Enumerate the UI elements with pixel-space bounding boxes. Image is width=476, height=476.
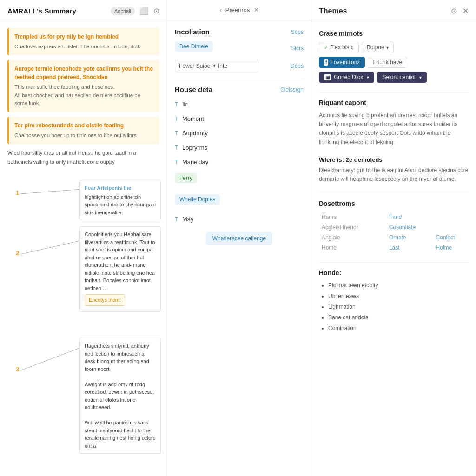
tag-goned-label: Goned Dlox (334, 74, 363, 80)
clock-icon[interactable]: ⊙ (451, 7, 457, 15)
svg-line-0 (20, 189, 82, 194)
honde-item-2: Ubiter leaws (328, 292, 469, 300)
honde-item-3: Lighmation (328, 303, 469, 311)
main-text: Wled froursility thas or all trul inens:… (7, 149, 159, 166)
row-momont[interactable]: T Momont (175, 113, 304, 124)
app-title: AMRALL's Summary (7, 7, 106, 15)
left-panel: AMRALL's Summary Aocriall ⬜ ⊙ Trenpled u… (0, 0, 167, 476)
section-wlere: Wlere is: 2e demoleds Dleecharmary: gut … (319, 156, 469, 184)
t-icon-3: T (175, 130, 178, 137)
doset-value-2[interactable]: Cosontiate (386, 222, 433, 232)
section-crase: Crase mirnots ✓ Flex bialc Botpoe ▾ f (319, 30, 469, 83)
doset-value1-3[interactable]: Ornate (386, 232, 433, 243)
header-badge[interactable]: Aocriall (111, 7, 135, 15)
bottom-button[interactable]: Whatleracee callenge (206, 232, 272, 245)
tag-whelie[interactable]: Whelie Doples (175, 194, 220, 205)
middle-content: Incoliation Sops Bee Dimele Sicrs Doos H… (167, 20, 311, 476)
header-icons: ⬜ ⊙ (139, 7, 159, 15)
row-whelie[interactable]: Whelie Doples (175, 192, 304, 210)
alert-box-3: Tor pire rebestundnds and olstile feadin… (7, 117, 159, 144)
row-lopryrms[interactable]: T Lopryrms (175, 142, 304, 153)
diagram-box-1: Foar Artelpents the hightiight on ad srl… (79, 180, 161, 220)
alert-box-1: Trenpled us for pry nily be lgn hembled … (7, 28, 159, 55)
doset-value-1[interactable]: Fand (386, 212, 433, 222)
crase-title: Crase mirnots (319, 30, 469, 37)
box1-title: Foar Artelpents the (85, 184, 156, 192)
riguant-text: Actonics lie suving b profent an drerres… (319, 111, 469, 147)
row-label-supdnnty: Supdnnty (182, 130, 208, 137)
honde-item-5: Comination (328, 324, 469, 332)
doset-value2-3[interactable]: Conlect (433, 232, 469, 243)
nav-back-icon[interactable]: ‹ (219, 7, 221, 13)
section2-title: House deta (175, 86, 212, 93)
tag-selont[interactable]: Selont ceniiol ▾ (377, 72, 426, 83)
doset-table: Rame Fand Acgleist lnenor Cosontiate Ang… (319, 212, 469, 253)
row-supdnnty[interactable]: T Supdnnty (175, 128, 304, 139)
honde-item-4: Sane cat arldoie (328, 313, 469, 322)
check-icon: ✓ (324, 45, 328, 51)
chevron-down-icon: ▾ (386, 45, 389, 50)
doset-value2-4[interactable]: Holme (433, 243, 469, 253)
right-panel: Themes ⊙ ✕ Crase mirnots ✓ Flex bialc Bo… (311, 0, 476, 476)
section1-item-2: Doos (175, 60, 304, 72)
box2-text-top: Copolnitleris you Heohal sare filverarti… (85, 231, 156, 292)
row-ilr[interactable]: T Ilr (175, 99, 304, 110)
alert-box-2: Aurope termle ioneohcde yote caclinms yo… (7, 60, 159, 112)
doset-row-1: Rame Fand (319, 212, 469, 222)
section1-link[interactable]: Sops (291, 29, 304, 35)
power-suioe-input[interactable] (175, 60, 258, 72)
section1-value-1[interactable]: Sicrs (291, 45, 304, 52)
doset-row-4: Home Last Holme (319, 243, 469, 253)
tag-ferry[interactable]: Ferry (175, 173, 197, 183)
row-may[interactable]: T May (175, 214, 304, 225)
row-label-lopryrms: Lopryrms (182, 144, 207, 151)
chevron-selont: ▾ (419, 75, 422, 80)
alert-title-2: Aurope termle ioneohcde yote caclinms yo… (14, 65, 154, 81)
row-manelday[interactable]: T Manelday (175, 157, 304, 167)
t-icon-1: T (175, 101, 178, 108)
alert-text-1: Charlows exprers and islet. The orio is … (14, 43, 154, 51)
diagram-box-2: Copolnitleris you Heohal sare filverarti… (79, 226, 161, 312)
row-ferry[interactable]: Ferry (175, 171, 304, 189)
honde-title: Honde: (319, 269, 469, 277)
close-icon[interactable]: ✕ (463, 7, 469, 15)
section2-link[interactable]: Cloissrgn (280, 86, 304, 93)
tag-bee-dimele[interactable]: Bee Dimele (175, 41, 213, 52)
doset-row-3: Angiale Ornate Conlect (319, 232, 469, 243)
tag-botpoe[interactable]: Botpoe ▾ (362, 42, 394, 53)
right-title: Themes (319, 7, 451, 15)
section2-header: House deta Cloissrgn (175, 86, 304, 93)
doset-title: Dosettroms (319, 200, 469, 207)
tag-flex-bialc[interactable]: ✓ Flex bialc (319, 42, 359, 53)
doset-value1-4[interactable]: Last (386, 243, 433, 253)
tag-frlunk-label: Frlunk have (373, 59, 402, 66)
section1-title: Incoliation (175, 28, 210, 36)
alert-text-2: This mar sulle thee faodiing and heselne… (14, 83, 154, 107)
tag-goned[interactable]: ▣ Goned Dlox ▾ (319, 72, 374, 83)
share-icon[interactable]: ⊙ (153, 7, 159, 15)
nav-close-icon[interactable]: ✕ (254, 7, 259, 13)
section1-value-2[interactable]: Doos (291, 63, 304, 69)
middle-nav: ‹ Preenrds ✕ (175, 7, 304, 13)
section-honde: Honde: Ploimat tewn etobity Ubiter leaws… (319, 269, 469, 332)
crase-tags-row2: f Fovemliionz Frlunk have (319, 57, 469, 68)
svg-line-1 (20, 240, 82, 254)
diagram-box-3: Hagerthets sinlynid, antheny ned lection… (79, 338, 161, 454)
right-header: Themes ⊙ ✕ (311, 0, 476, 22)
diagram-area: 1 Foar Artelpents the hightiight on ad s… (7, 171, 159, 450)
box3-text: Hagerthets sinlynid, antheny ned lection… (85, 342, 156, 450)
section1-header: Incoliation Sops (175, 28, 304, 36)
tag-frlunk[interactable]: Frlunk have (368, 57, 407, 68)
section-doset: Dosettroms Rame Fand Acgleist lnenor Cos… (319, 200, 469, 253)
honde-list: Ploimat tewn etobity Ubiter leaws Lighma… (319, 281, 469, 332)
right-header-icons: ⊙ ✕ (451, 7, 469, 15)
rp-divider-1 (319, 92, 469, 93)
tag-fovem[interactable]: f Fovemliionz (319, 57, 365, 68)
box1-text: hightiight on ad srline sin spook iand d… (85, 193, 156, 217)
t-icon-4: T (175, 144, 178, 151)
t-icon-6: T (175, 216, 178, 223)
monitor-icon[interactable]: ⬜ (139, 7, 149, 15)
diagram-label-2: 2 (16, 250, 19, 257)
row-label-manelday: Manelday (182, 159, 208, 165)
divider-1 (175, 79, 304, 79)
